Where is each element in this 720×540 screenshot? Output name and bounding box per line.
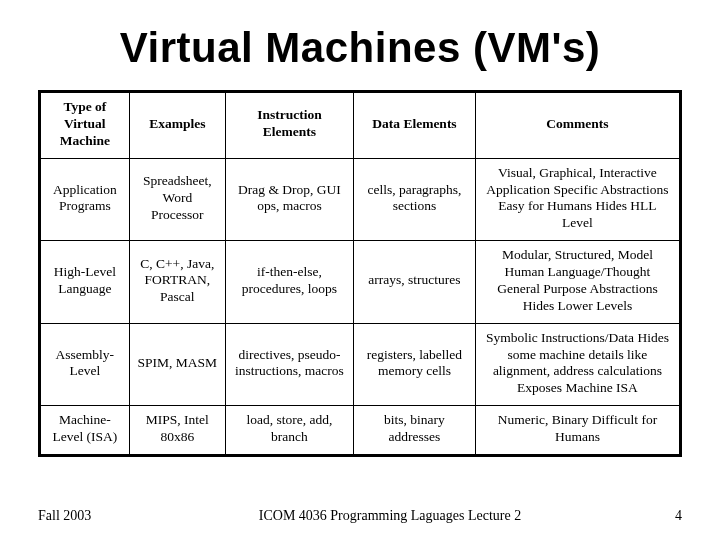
footer-right: 4 <box>622 508 682 524</box>
cell-examples: C, C++, Java, FORTRAN, Pascal <box>129 241 225 324</box>
cell-examples: Spreadsheet, Word Processor <box>129 158 225 241</box>
cell-comments: Modular, Structured, Model Human Languag… <box>475 241 680 324</box>
footer-center: ICOM 4036 Programming Laguages Lecture 2 <box>158 508 622 524</box>
cell-comments: Numeric, Binary Difficult for Humans <box>475 406 680 456</box>
cell-comments: Visual, Graphical, Interactive Applicati… <box>475 158 680 241</box>
col-header-comments: Comments <box>475 92 680 159</box>
slide-title: Virtual Machines (VM's) <box>38 24 682 72</box>
cell-data: registers, labelled memory cells <box>354 323 476 406</box>
table-row: Machine-Level (ISA) MIPS, Intel 80x86 lo… <box>40 406 681 456</box>
cell-type: Assembly-Level <box>40 323 130 406</box>
footer-left: Fall 2003 <box>38 508 158 524</box>
cell-data: arrays, structures <box>354 241 476 324</box>
col-header-instruction: Instruction Elements <box>225 92 353 159</box>
table-row: Application Programs Spreadsheet, Word P… <box>40 158 681 241</box>
table-row: High-Level Language C, C++, Java, FORTRA… <box>40 241 681 324</box>
col-header-examples: Examples <box>129 92 225 159</box>
cell-instruction: Drag & Drop, GUI ops, macros <box>225 158 353 241</box>
cell-comments: Symbolic Instructions/Data Hides some ma… <box>475 323 680 406</box>
cell-instruction: directives, pseudo-instructions, macros <box>225 323 353 406</box>
col-header-type: Type of Virtual Machine <box>40 92 130 159</box>
cell-data: cells, paragraphs, sections <box>354 158 476 241</box>
cell-type: Machine-Level (ISA) <box>40 406 130 456</box>
table-row: Assembly-Level SPIM, MASM directives, ps… <box>40 323 681 406</box>
cell-instruction: load, store, add, branch <box>225 406 353 456</box>
col-header-data: Data Elements <box>354 92 476 159</box>
table-header-row: Type of Virtual Machine Examples Instruc… <box>40 92 681 159</box>
slide-footer: Fall 2003 ICOM 4036 Programming Laguages… <box>0 508 720 524</box>
cell-data: bits, binary addresses <box>354 406 476 456</box>
cell-examples: MIPS, Intel 80x86 <box>129 406 225 456</box>
cell-type: High-Level Language <box>40 241 130 324</box>
cell-instruction: if-then-else, procedures, loops <box>225 241 353 324</box>
vm-table: Type of Virtual Machine Examples Instruc… <box>38 90 682 457</box>
cell-examples: SPIM, MASM <box>129 323 225 406</box>
cell-type: Application Programs <box>40 158 130 241</box>
slide: Virtual Machines (VM's) Type of Virtual … <box>0 0 720 540</box>
